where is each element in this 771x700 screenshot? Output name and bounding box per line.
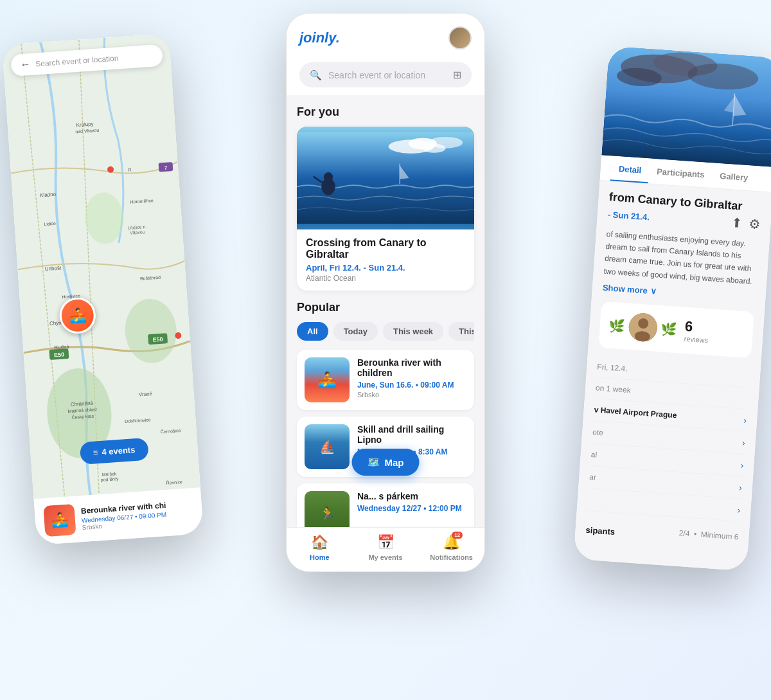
tab-detail[interactable]: Detail (610, 156, 650, 183)
nav-my-events-label: My events (368, 553, 402, 561)
svg-text:Rudná: Rudná (54, 344, 70, 351)
laurel-right-icon: 🌿 (660, 321, 678, 337)
event-name-1: Berounka river with children (357, 357, 466, 378)
info-label-duration: on 1 week (596, 383, 632, 395)
list-icon: ≡ (93, 447, 98, 457)
show-more-label: Show more (602, 283, 648, 296)
info-label-ar: ar (589, 472, 597, 482)
svg-text:E50: E50 (152, 336, 163, 343)
search-icon: 🔍 (310, 69, 322, 81)
detail-content: from Canary to Gibraltar - Sun 21.4. ⬆ ⚙… (573, 181, 771, 571)
home-icon: 🏠 (311, 534, 328, 551)
tab-all[interactable]: All (297, 322, 328, 341)
laurel-left-icon: 🌿 (608, 317, 626, 334)
nav-home[interactable]: 🏠 Home (287, 534, 353, 561)
detail-info-rows: Fri, 12.4. on 1 week v Havel Airport Pra… (587, 356, 750, 521)
reviews-box: 🌿 🌿 6 reviews (598, 301, 754, 357)
for-you-title: For you (297, 105, 474, 119)
chevron-right-icon-ote: › (741, 437, 745, 447)
detail-description: of sailing enthusiasts enjoying every da… (603, 228, 759, 288)
svg-text:Kladno: Kladno (40, 192, 57, 199)
app-header: joinly. (287, 13, 484, 56)
tab-gallery[interactable]: Gallery (711, 163, 757, 191)
events-count-button[interactable]: ≡ 4 events (80, 438, 149, 465)
detail-event-date: - Sun 21.4. (607, 210, 650, 222)
filter-icon[interactable]: ⊞ (453, 69, 461, 81)
logo-text: joinly. (299, 30, 340, 46)
back-arrow-icon[interactable]: ← (20, 58, 31, 71)
participants-count: 2/4 • Minimum 6 (678, 528, 739, 541)
event-info-3: Na... s párkem Wednesday 12/27 • 12:00 P… (357, 491, 462, 514)
map-event-info: Berounka river with chi Wednesday 06/27 … (81, 501, 168, 531)
featured-event-card[interactable]: Crossing from Canary to Gibraltar April,… (297, 127, 474, 291)
chevron-right-icon-ar: › (739, 482, 743, 492)
tab-today[interactable]: Today (333, 322, 378, 341)
svg-text:Unhošt: Unhošt (45, 265, 62, 272)
event-thumbnail-1: 🚣 (305, 357, 350, 402)
featured-event-image (297, 127, 474, 229)
map-button-icon: 🗺️ (368, 456, 380, 468)
svg-point-42 (324, 172, 333, 181)
filter-tabs: All Today This week This month (297, 322, 474, 341)
app-logo: joinly. (299, 30, 340, 46)
share-icon[interactable]: ⬆ (731, 215, 743, 231)
featured-event-location: Atlantic Ocean (306, 274, 465, 283)
event-list-item-1[interactable]: 🚣 Berounka river with children June, Sun… (297, 350, 474, 410)
map-float-button[interactable]: 🗺️ Map (352, 449, 420, 476)
map-search-text: Search event or location (35, 53, 119, 68)
phone-center: joinly. 🔍 Search event or location ⊞ For… (286, 13, 485, 572)
map-event-thumbnail: 🚣 (43, 504, 76, 537)
event-location-1: Srbsko (357, 391, 466, 399)
user-avatar[interactable] (448, 26, 472, 49)
event-list-item-3[interactable]: 🏃 Na... s párkem Wednesday 12/27 • 12:00… (297, 483, 474, 527)
map-button-label: Map (385, 457, 404, 468)
participants-label: sipants (585, 525, 615, 537)
tab-this-month[interactable]: This month (448, 322, 474, 341)
nav-home-label: Home (310, 553, 330, 561)
detail-actions: ⬆ ⚙ (731, 215, 761, 233)
info-label-fri: Fri, 12.4. (597, 362, 628, 373)
nav-notifications[interactable]: 🔔 12 Notifications (418, 534, 484, 561)
search-container: 🔍 Search event or location ⊞ (287, 56, 484, 95)
svg-text:E50: E50 (54, 351, 65, 358)
phone-right: Detail Participants Gallery from Canary … (573, 46, 771, 571)
sailing-image (297, 127, 474, 229)
tab-this-week[interactable]: This week (383, 322, 443, 341)
event-info-1: Berounka river with children June, Sun 1… (357, 357, 466, 399)
bottom-navigation: 🏠 Home 📅 My events 🔔 12 Notifications (287, 527, 484, 571)
info-label-ote: ote (592, 427, 604, 437)
reviews-avatar (628, 312, 658, 343)
featured-event-title: Crossing from Canary to Gibraltar (306, 237, 465, 260)
participants-row: sipants 2/4 • Minimum 6 (585, 519, 739, 546)
event-name-3: Na... s párkem (357, 491, 462, 501)
events-count-label: 4 events (102, 445, 136, 457)
svg-point-40 (429, 137, 463, 148)
svg-text:R: R (128, 167, 132, 172)
svg-rect-0 (2, 33, 204, 545)
svg-text:Vrané: Vrané (139, 391, 153, 397)
search-input[interactable]: 🔍 Search event or location ⊞ (299, 62, 472, 87)
event-name-2: Skill and drill sailing Lipno (357, 424, 466, 445)
chevron-right-icon-airport: › (743, 415, 747, 425)
nav-my-events[interactable]: 📅 My events (353, 534, 419, 561)
event-thumbnail-2: ⛵ (305, 424, 350, 469)
nav-notifications-label: Notifications (430, 553, 473, 561)
event-date-1: June, Sun 16.6. • 09:00 AM (357, 381, 466, 390)
tab-participants[interactable]: Participants (648, 158, 713, 188)
settings-icon[interactable]: ⚙ (749, 216, 761, 232)
svg-text:Lidice: Lidice (44, 221, 56, 226)
event-date-3: Wednesday 12/27 • 12:00 PM (357, 504, 462, 513)
detail-hero-image (601, 46, 771, 167)
chevron-right-icon-extra: › (737, 505, 741, 515)
info-value-airport: v Havel Airport Prague (594, 405, 677, 420)
reviews-count: 6 (684, 318, 709, 337)
svg-text:Kralupy: Kralupy (76, 121, 94, 128)
chevron-right-icon-al: › (740, 460, 744, 470)
info-label-al: al (590, 450, 597, 460)
notifications-icon: 🔔 12 (443, 534, 460, 551)
popular-title: Popular (297, 301, 474, 314)
reviews-info: 6 reviews (684, 318, 709, 345)
search-placeholder-text: Search event or location (328, 70, 447, 80)
notification-badge-count: 12 (452, 532, 463, 539)
featured-event-date: April, Fri 12.4. - Sun 21.4. (306, 263, 465, 273)
